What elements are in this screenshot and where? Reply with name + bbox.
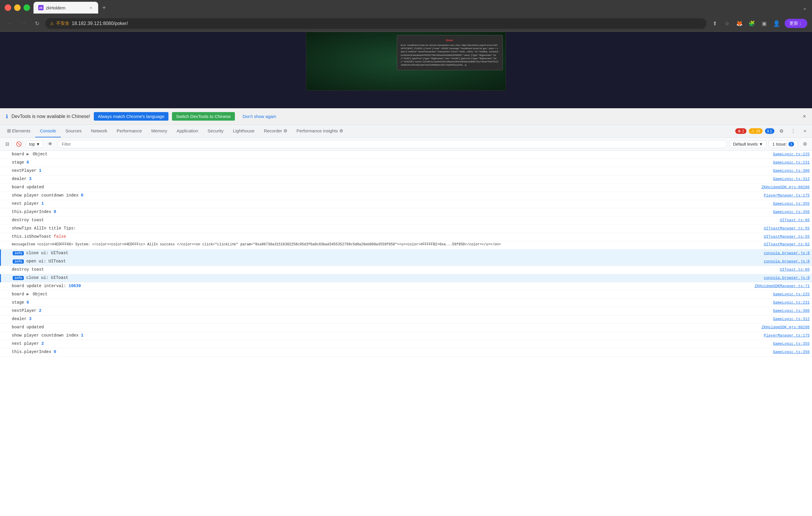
- switch-devtools-btn[interactable]: Switch DevTools to Chinese: [172, 112, 235, 120]
- tab-memory[interactable]: Memory: [147, 125, 172, 137]
- tab-sources[interactable]: Sources: [61, 125, 86, 137]
- eye-icon: 👁: [48, 141, 53, 147]
- line-source[interactable]: UIToastManager.ts:55: [764, 235, 810, 239]
- close-icon: ×: [804, 129, 806, 134]
- line-source[interactable]: GameLogic.ts:356: [773, 350, 810, 354]
- console-settings-btn[interactable]: ⚙: [800, 139, 810, 149]
- active-tab[interactable]: zk zkHoldem ×: [33, 2, 98, 13]
- line-source[interactable]: GameLogic.ts:306: [773, 168, 810, 173]
- tab-application[interactable]: Application: [172, 125, 203, 137]
- maximize-traffic-light[interactable]: [24, 4, 30, 11]
- title-bar: zk zkHoldem × + ⌄: [0, 0, 812, 15]
- devtools-settings-btn[interactable]: ⚙: [777, 127, 786, 136]
- error-badge[interactable]: ⊗ 2: [735, 128, 747, 134]
- console-line: this.playerIndex 0 GameLogic.ts:356: [0, 348, 812, 357]
- console-line: show player countdown index 1 PlayerMana…: [0, 332, 812, 340]
- tab-overflow-btn[interactable]: ⌄: [802, 4, 807, 11]
- levels-chevron: ▼: [759, 142, 763, 146]
- back-btn[interactable]: ←: [5, 18, 15, 29]
- line-source[interactable]: UIToastManager.ts:62: [764, 242, 810, 247]
- tab-network[interactable]: Network: [86, 125, 112, 137]
- error-modal: Error: Error: Insufficient funds for int…: [397, 35, 503, 70]
- tab-console[interactable]: Console: [35, 125, 61, 137]
- console-line: board updated ZKHoldemSDK.mjs:88286: [0, 184, 812, 192]
- info-count: 1: [770, 129, 772, 133]
- line-source[interactable]: GameLogic.ts:312: [773, 177, 810, 181]
- line-source[interactable]: GameLogic.ts:355: [773, 342, 810, 346]
- line-source[interactable]: ZKHoldemSDKManager.ts:71: [755, 284, 810, 288]
- info-badge[interactable]: ℹ 1: [765, 128, 774, 134]
- sidebar-icon: ▣: [762, 20, 767, 27]
- line-source[interactable]: GameLogic.ts:355: [773, 201, 810, 206]
- default-levels-selector[interactable]: Default levels ▼: [730, 140, 766, 148]
- tab-title: zkHoldem: [46, 5, 86, 10]
- match-language-btn[interactable]: Always match Chrome's language: [94, 112, 169, 120]
- devtools-more-btn[interactable]: ⋮: [788, 127, 798, 136]
- tab-performance-insights[interactable]: Performance insights ⚙: [292, 125, 348, 137]
- console-line: stage 6 GameLogic.ts:231: [0, 299, 812, 307]
- warn-badge[interactable]: ⚠ 19: [749, 128, 762, 134]
- bookmark-icon: ☆: [725, 20, 729, 27]
- console-line: nextPlayer 2 GameLogic.ts:306: [0, 307, 812, 315]
- line-source[interactable]: UIToast.ts:66: [780, 267, 810, 272]
- close-traffic-light[interactable]: [5, 4, 11, 11]
- new-tab-btn[interactable]: +: [99, 3, 109, 12]
- line-source[interactable]: consola.browser.js:8: [764, 251, 810, 255]
- issues-btn[interactable]: 1 Issue: 1: [768, 140, 798, 148]
- memory-tab-label: Memory: [151, 128, 167, 133]
- devtools-close-btn[interactable]: ×: [800, 127, 810, 136]
- notification-close-btn[interactable]: ×: [803, 113, 806, 120]
- line-source[interactable]: consola.browser.js:8: [764, 259, 810, 264]
- line-source[interactable]: UIToast.ts:66: [780, 218, 810, 222]
- browser-window: zk zkHoldem × + ⌄ ← → ↻ ⚠ 不安全 18.182.39.…: [0, 0, 812, 516]
- clear-console-btn[interactable]: 🚫: [14, 139, 24, 149]
- update-btn[interactable]: 更新：: [785, 19, 807, 28]
- console-line: stage 6 GameLogic.ts:231: [0, 159, 812, 167]
- tab-elements[interactable]: ⊞ Elements: [2, 125, 35, 137]
- context-selector[interactable]: top ▼: [26, 140, 43, 148]
- devtools-tabs: ⊞ Elements Console Sources Network Perfo…: [0, 125, 812, 138]
- tab-lighthouse[interactable]: Lighthouse: [228, 125, 259, 137]
- profile-btn[interactable]: 👤: [771, 18, 782, 29]
- reload-btn[interactable]: ↻: [32, 18, 42, 29]
- line-source[interactable]: GameLogic.ts:356: [773, 210, 810, 214]
- dont-show-again-btn[interactable]: Don't show again: [238, 112, 281, 120]
- address-bar[interactable]: ⚠ 不安全 18.182.39.121:8080/poker/: [45, 18, 706, 29]
- application-tab-label: Application: [177, 128, 198, 133]
- minimize-traffic-light[interactable]: [14, 4, 21, 11]
- fox-extension-btn[interactable]: 🦊: [734, 18, 745, 29]
- console-line: show player countdown index 0 PlayerMana…: [0, 192, 812, 200]
- line-source[interactable]: GameLogic.ts:306: [773, 308, 810, 313]
- line-source[interactable]: GameLogic.ts:225: [773, 292, 810, 297]
- line-source[interactable]: GameLogic.ts:312: [773, 317, 810, 321]
- bookmark-btn[interactable]: ☆: [722, 18, 732, 29]
- line-source[interactable]: ZKHoldemSDK.mjs:88286: [761, 185, 810, 189]
- share-btn[interactable]: ⬆: [709, 18, 720, 29]
- line-content: stage 6: [12, 159, 768, 166]
- line-source[interactable]: UIToastManager.ts:55: [764, 226, 810, 230]
- eye-toggle-btn[interactable]: 👁: [46, 139, 55, 149]
- security-warning-text: 不安全: [56, 21, 69, 26]
- line-source[interactable]: PlayerManager.ts:175: [764, 333, 810, 338]
- info-icon: ℹ: [767, 129, 769, 133]
- sidebar-toggle-btn[interactable]: ▣: [759, 18, 770, 29]
- filter-input[interactable]: [57, 140, 727, 148]
- line-source[interactable]: consola.browser.js:8: [764, 276, 810, 280]
- line-source[interactable]: GameLogic.ts:231: [773, 160, 810, 165]
- line-source[interactable]: ZKHoldemSDK.mjs:88286: [761, 325, 810, 329]
- tab-performance[interactable]: Performance: [112, 125, 147, 137]
- address-text: 18.182.39.121:8080/poker/: [72, 21, 128, 26]
- line-source[interactable]: GameLogic.ts:225: [773, 152, 810, 157]
- line-content: close ui: UIToast: [26, 250, 759, 256]
- tab-security[interactable]: Security: [203, 125, 228, 137]
- devtools-tabs-right: ⊗ 2 ⚠ 19 ℹ 1 ⚙ ⋮ ×: [735, 125, 810, 137]
- line-source[interactable]: GameLogic.ts:231: [773, 300, 810, 305]
- issues-count: 1: [788, 142, 794, 146]
- tab-recorder[interactable]: Recorder ⚙: [259, 125, 292, 137]
- puzzle-extension-btn[interactable]: 🧩: [747, 18, 757, 29]
- line-source[interactable]: PlayerManager.ts:175: [764, 193, 810, 198]
- sidebar-panel-btn[interactable]: ⊟: [2, 139, 12, 149]
- forward-btn[interactable]: →: [18, 18, 29, 29]
- tab-close-btn[interactable]: ×: [88, 5, 93, 10]
- console-output[interactable]: board ▶ Object GameLogic.ts:225 stage 6 …: [0, 151, 812, 516]
